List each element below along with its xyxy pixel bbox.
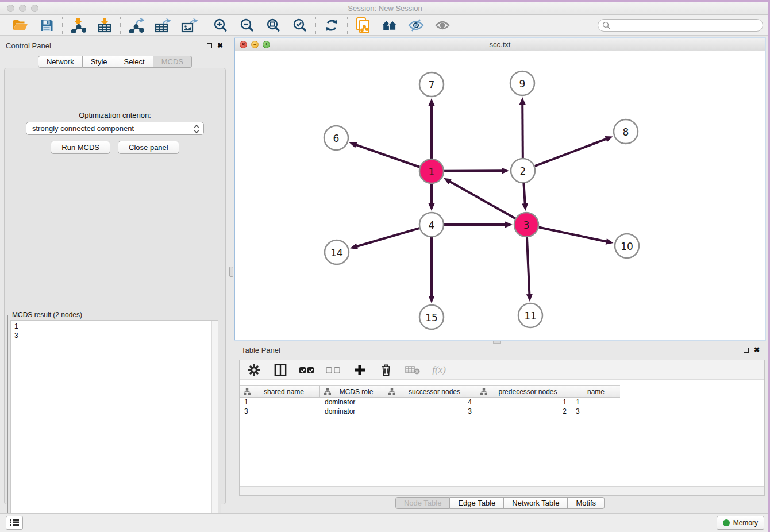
zoom-selected-icon[interactable] [291, 17, 309, 34]
graph-edge-4-14[interactable] [356, 228, 419, 246]
run-mcds-button[interactable]: Run MCDS [51, 141, 110, 154]
zoom-fit-icon[interactable] [265, 17, 282, 34]
columns-icon[interactable] [273, 363, 288, 377]
delete-column-icon[interactable] [379, 363, 394, 377]
splitter-handle[interactable] [229, 267, 233, 277]
gear-icon[interactable] [247, 363, 261, 377]
column-header-shared-name[interactable]: shared name [240, 386, 320, 397]
graph-node-8[interactable]: 8 [614, 119, 638, 144]
home-icon[interactable] [381, 17, 398, 34]
svg-text:9: 9 [519, 78, 526, 90]
memory-button[interactable]: Memory [717, 516, 764, 530]
table-cell[interactable]: 1 [240, 398, 320, 407]
graph-node-11[interactable]: 11 [518, 303, 542, 327]
graph-node-10[interactable]: 10 [615, 234, 639, 258]
graph-edge-arrowhead [429, 203, 435, 211]
graph-edge-arrowhead [505, 222, 513, 228]
table-hscrollbar[interactable] [240, 486, 764, 495]
graph-node-3[interactable]: 3 [514, 213, 538, 237]
tab-mcds[interactable]: MCDS [153, 56, 192, 68]
window-titlebar: Session: New Session [0, 2, 770, 15]
network-window-titlebar[interactable]: ✕ – + scc.txt [235, 38, 765, 51]
table-row[interactable]: 3dominator323 [240, 407, 764, 416]
memory-label: Memory [733, 519, 758, 527]
zoom-in-icon[interactable] [212, 17, 229, 34]
table-cell[interactable]: 3 [384, 407, 476, 416]
tab-select[interactable]: Select [116, 56, 153, 68]
network-canvas[interactable]: 7968124314101511 [235, 51, 765, 340]
duplicate-network-icon[interactable] [355, 17, 372, 34]
mcds-result-box: MCDS result (2 nodes) 1 3 [7, 311, 221, 528]
table-cell[interactable]: 3 [571, 407, 619, 416]
tab-motifs[interactable]: Motifs [568, 497, 605, 509]
graph-node-7[interactable]: 7 [419, 72, 444, 97]
graph-edge-arrowhead [526, 294, 533, 302]
table-cell[interactable]: 1 [571, 398, 619, 407]
zoom-out-icon[interactable] [238, 17, 256, 34]
graph-edge-3-10[interactable] [539, 228, 607, 242]
table-row[interactable]: 1dominator411 [240, 398, 764, 407]
search-input[interactable] [598, 19, 763, 32]
graph-node-6[interactable]: 6 [324, 126, 348, 150]
open-folder-icon[interactable] [11, 17, 29, 34]
mcds-result-area[interactable]: 1 3 [10, 320, 218, 522]
graph-edge-1-6[interactable] [355, 145, 419, 167]
chevron-up-down-icon [194, 124, 199, 136]
column-header-label: MCDS role [331, 388, 382, 396]
table-cell[interactable]: 4 [384, 398, 476, 407]
graph-node-2[interactable]: 2 [511, 159, 535, 183]
graph-node-9[interactable]: 9 [510, 71, 534, 95]
deselect-all-icon[interactable] [326, 363, 341, 377]
tab-network[interactable]: Network [38, 56, 83, 68]
table-cell[interactable]: 2 [476, 407, 571, 416]
svg-text:10: 10 [621, 241, 633, 252]
add-column-icon[interactable] [352, 363, 367, 377]
export-image-icon[interactable] [180, 17, 198, 34]
graph-node-1[interactable]: 1 [419, 159, 444, 183]
table-cell[interactable]: dominator [320, 398, 384, 407]
eye-icon [434, 17, 451, 34]
export-network-icon[interactable] [128, 17, 145, 34]
tab-network-table[interactable]: Network Table [504, 497, 568, 509]
close-table-panel-icon[interactable]: ✖ [754, 346, 760, 353]
graph-node-4[interactable]: 4 [419, 213, 444, 237]
tab-node-table[interactable]: Node Table [395, 497, 451, 509]
table-cell[interactable]: dominator [320, 407, 384, 416]
close-panel-icon[interactable]: ✖ [217, 42, 223, 49]
graph-node-15[interactable]: 15 [419, 305, 444, 329]
table-cell[interactable]: 1 [476, 398, 571, 407]
graph-edge-1-2[interactable] [444, 171, 503, 171]
graph-node-14[interactable]: 14 [325, 240, 349, 264]
eye-slash-icon[interactable] [407, 17, 425, 34]
select-all-icon[interactable] [299, 363, 314, 377]
graph-edge-3-11[interactable] [527, 237, 529, 295]
panel-toggle-button[interactable] [6, 516, 23, 530]
search-box[interactable] [598, 19, 763, 32]
tab-style[interactable]: Style [83, 56, 116, 68]
graph-edge-2-8[interactable] [535, 138, 607, 166]
graph-edge-2-9[interactable] [522, 103, 523, 158]
import-network-icon[interactable] [70, 17, 87, 34]
refresh-icon[interactable] [323, 17, 340, 34]
import-table-icon[interactable] [96, 17, 113, 34]
table-panel: Table Panel ✖ [234, 345, 765, 511]
save-session-icon[interactable] [38, 17, 55, 34]
network-splitter-handle[interactable] [493, 341, 501, 344]
graph-edge-arrowhead [522, 203, 528, 211]
vertical-splitter[interactable] [229, 36, 234, 513]
table-cell[interactable]: 3 [240, 407, 320, 416]
graph-edge-2-3[interactable] [523, 183, 525, 205]
graph-edge-3-1[interactable] [449, 181, 515, 218]
export-table-icon[interactable] [154, 17, 171, 34]
float-panel-icon[interactable] [207, 43, 212, 48]
column-header-MCDS-role[interactable]: MCDS role [320, 386, 384, 397]
float-table-panel-icon[interactable] [744, 348, 749, 353]
criterion-dropdown-value: strongly connected component [32, 124, 134, 133]
column-header-predecessor-nodes[interactable]: predecessor nodes [476, 386, 571, 397]
criterion-dropdown[interactable]: strongly connected component [26, 122, 204, 135]
column-header-name[interactable]: name [571, 386, 619, 397]
column-header-successor-nodes[interactable]: successor nodes [384, 386, 476, 397]
tab-edge-table[interactable]: Edge Table [450, 497, 504, 509]
result-scrollbar[interactable] [211, 321, 218, 522]
close-panel-button[interactable]: Close panel [118, 141, 179, 154]
